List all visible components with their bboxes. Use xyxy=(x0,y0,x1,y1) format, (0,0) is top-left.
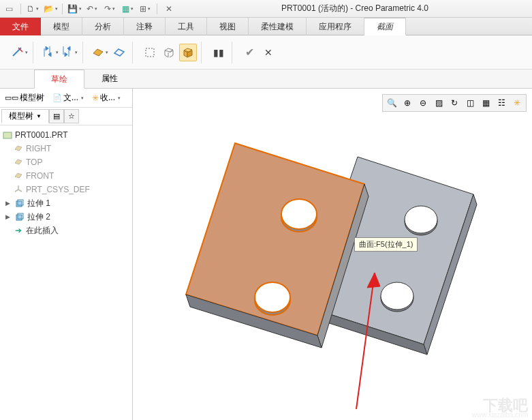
tree-root[interactable]: PRT0001.PRT xyxy=(1,128,131,142)
model-tree-toolbar: ▭▭ 模型树 📄 文... ✳ 收... xyxy=(0,89,132,108)
plane-icon xyxy=(14,171,23,181)
tree-tab-favorites-icon[interactable]: ☆ xyxy=(64,109,79,123)
tool-cube-solid[interactable] xyxy=(179,44,197,61)
insert-arrow-icon: ➜ xyxy=(14,226,23,235)
sidebar: ▭▭ 模型树 📄 文... ✳ 收... 模型树 ▼ ▤ ☆ PRT0001.P… xyxy=(0,89,133,420)
watermark-url: www.xiazaiba.com xyxy=(472,411,528,419)
tool-cube-wire[interactable] xyxy=(160,44,178,61)
save-icon[interactable]: 💾 xyxy=(67,1,82,16)
extrude-icon xyxy=(15,198,25,208)
model-geometry xyxy=(146,116,514,416)
close-icon[interactable]: ✕ xyxy=(161,1,176,16)
graphics-viewport[interactable]: 🔍 ⊕ ⊖ ▨ ↻ ◫ ▦ ☷ ✳ xyxy=(133,89,532,420)
svg-rect-2 xyxy=(146,48,154,57)
tree-tab-layers-icon[interactable]: ▤ xyxy=(49,109,64,123)
tree-feature-extrude1[interactable]: ▶ 拉伸 1 xyxy=(1,196,131,210)
open-icon[interactable]: 📂 xyxy=(43,1,58,16)
tool-plane2[interactable] xyxy=(110,44,128,61)
window-title: PRT0001 (活动的) - Creo Parametric 4.0 xyxy=(178,3,532,14)
view-toolbar: 🔍 ⊕ ⊖ ▨ ↻ ◫ ▦ ☷ ✳ xyxy=(382,94,527,112)
svg-point-19 xyxy=(281,199,317,229)
model-tree: PRT0001.PRT RIGHT TOP FRONT PRT_CSYS_DEF… xyxy=(0,125,132,420)
tool-flip2[interactable] xyxy=(61,44,78,61)
tab-flex[interactable]: 柔性建模 xyxy=(249,18,307,35)
tree-text-btn[interactable]: 📄 文... xyxy=(49,90,87,106)
part-icon xyxy=(3,130,12,140)
redo-icon[interactable]: ↷ xyxy=(102,1,117,16)
subtab-sketch[interactable]: 草绘 xyxy=(34,70,84,89)
title-bar: ▭ 🗋 📂 💾 ↶ ↷ ▦ ⊞ ✕ PRT0001 (活动的) - Creo P… xyxy=(0,0,532,18)
tree-collect-btn[interactable]: ✳ 收... xyxy=(89,90,124,106)
tree-insert-here[interactable]: ➜ 在此插入 xyxy=(1,224,131,237)
tool-flip1[interactable] xyxy=(42,44,59,61)
undo-icon[interactable]: ↶ xyxy=(84,1,99,16)
saved-views-icon[interactable]: ▦ xyxy=(478,96,493,110)
ribbon: 文件 模型 分析 注释 工具 视图 柔性建模 应用程序 截面 xyxy=(0,18,532,35)
subtab-props[interactable]: 属性 xyxy=(84,70,135,88)
tool-plane1[interactable] xyxy=(91,44,109,61)
tree-tab-model[interactable]: 模型树 ▼ xyxy=(1,109,49,123)
hover-tooltip: 曲面:F5(拉伸_1) xyxy=(354,237,418,252)
tab-file[interactable]: 文件 xyxy=(0,18,41,35)
zoom-in-icon[interactable]: ⊕ xyxy=(400,96,415,110)
window-control-icon[interactable]: ▭ xyxy=(1,1,16,16)
tree-feature-extrude2[interactable]: ▶ 拉伸 2 xyxy=(1,210,131,224)
svg-point-12 xyxy=(405,206,437,233)
display-style-icon[interactable]: ◫ xyxy=(463,96,478,110)
tab-view[interactable]: 视图 xyxy=(207,18,249,35)
tab-tools[interactable]: 工具 xyxy=(166,18,207,35)
perspective-icon[interactable]: ✳ xyxy=(510,96,525,110)
svg-point-21 xyxy=(255,282,290,312)
new-icon[interactable]: 🗋 xyxy=(25,1,40,16)
repaint-icon[interactable]: ▨ xyxy=(431,96,446,110)
expand-icon[interactable]: ▶ xyxy=(5,213,12,220)
plane-icon xyxy=(14,144,23,153)
tree-datum-top[interactable]: TOP xyxy=(1,155,131,169)
svg-rect-6 xyxy=(16,215,22,220)
tab-annotate[interactable]: 注释 xyxy=(124,18,166,35)
tool-pause-icon[interactable]: ▮▮ xyxy=(210,44,228,61)
tab-analysis[interactable]: 分析 xyxy=(82,18,124,35)
tab-apps[interactable]: 应用程序 xyxy=(307,18,364,35)
tab-model[interactable]: 模型 xyxy=(41,18,82,35)
zoom-out-icon[interactable]: ⊖ xyxy=(416,96,431,110)
view-manager-icon[interactable]: ☷ xyxy=(494,96,509,110)
svg-point-14 xyxy=(381,282,413,310)
zoom-fit-icon[interactable]: 🔍 xyxy=(384,96,399,110)
windows-icon[interactable]: ⊞ xyxy=(138,1,153,16)
model-tree-header[interactable]: ▭▭ 模型树 xyxy=(1,90,48,106)
tool-select[interactable] xyxy=(141,44,159,61)
spin-icon[interactable]: ↻ xyxy=(447,96,462,110)
dashboard-tabs: 草绘 属性 xyxy=(0,70,532,89)
svg-rect-3 xyxy=(3,132,12,138)
tool-cancel-icon[interactable]: ✕ xyxy=(260,44,277,61)
tool-ok-icon[interactable]: ✔ xyxy=(240,44,258,61)
tree-csys[interactable]: PRT_CSYS_DEF xyxy=(1,183,131,196)
plane-icon xyxy=(14,158,23,167)
expand-icon[interactable]: ▶ xyxy=(5,200,12,207)
section-toolbar: ▮▮ ✔ ✕ xyxy=(0,35,532,70)
csys-icon xyxy=(14,185,23,194)
tree-datum-right[interactable]: RIGHT xyxy=(1,142,131,155)
svg-rect-4 xyxy=(16,201,22,207)
tree-tabs: 模型树 ▼ ▤ ☆ xyxy=(0,108,132,125)
tool-extend[interactable] xyxy=(11,44,29,61)
tree-datum-front[interactable]: FRONT xyxy=(1,169,131,183)
regen-icon[interactable]: ▦ xyxy=(120,1,135,16)
extrude-icon xyxy=(15,212,25,222)
tab-section[interactable]: 截面 xyxy=(364,18,406,35)
